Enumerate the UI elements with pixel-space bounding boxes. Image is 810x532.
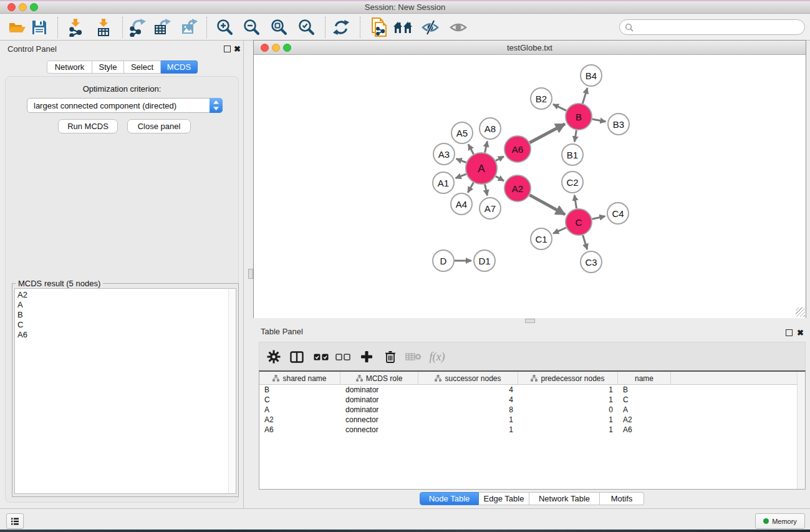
mcds-result-item[interactable]: B <box>17 310 229 320</box>
delete-table-button[interactable] <box>403 346 424 367</box>
graph-node-A2[interactable]: A2 <box>504 175 531 201</box>
result-list-scrollbar[interactable] <box>228 288 236 494</box>
tab-style[interactable]: Style <box>92 60 124 74</box>
apply-layout-button[interactable] <box>330 17 352 38</box>
export-table-button[interactable] <box>152 17 174 38</box>
graph-node-A4[interactable]: A4 <box>451 193 472 215</box>
shared-column-icon <box>356 375 363 382</box>
graph-node-A1[interactable]: A1 <box>433 172 454 193</box>
network-canvas[interactable]: B4 B2 B B3 A5 A8 A6 A3 B1 A A1 C2 A2 <box>254 56 806 318</box>
delete-column-button[interactable] <box>380 346 401 367</box>
tab-select[interactable]: Select <box>124 60 161 74</box>
gear-icon <box>267 350 281 364</box>
mcds-result-item[interactable]: A <box>17 300 229 310</box>
tab-mcds[interactable]: MCDS <box>161 60 198 74</box>
splitter-handle-left[interactable] <box>248 269 253 279</box>
close-table-panel-icon[interactable]: ✖ <box>797 329 804 336</box>
tab-node-table[interactable]: Node Table <box>420 492 479 505</box>
graph-node-A7[interactable]: A7 <box>480 198 501 219</box>
new-network-from-selection-button[interactable] <box>367 17 390 38</box>
float-panel-icon[interactable] <box>224 46 231 52</box>
select-all-rows-button[interactable] <box>311 346 332 367</box>
export-image-button[interactable] <box>178 17 201 38</box>
graph-node-D[interactable]: D <box>433 250 454 271</box>
task-history-button[interactable] <box>6 513 24 529</box>
split-columns-icon <box>290 351 304 363</box>
mcds-result-item[interactable]: A2 <box>17 290 229 300</box>
graph-node-A3[interactable]: A3 <box>433 143 455 165</box>
column-header-name[interactable]: name <box>618 372 671 385</box>
shared-column-icon <box>272 375 279 382</box>
zoom-selected-button[interactable] <box>296 17 318 38</box>
column-header-mcds-role[interactable]: MCDS role <box>340 372 418 385</box>
column-header-shared-name[interactable]: shared name <box>259 372 340 385</box>
graph-node-C[interactable]: C <box>566 209 592 235</box>
mcds-result-item[interactable]: A6 <box>17 330 229 340</box>
table-row[interactable]: Cdominator41C <box>259 395 805 405</box>
graph-node-B[interactable]: B <box>566 104 592 130</box>
graph-node-B2[interactable]: B2 <box>531 88 552 109</box>
float-table-panel-icon[interactable] <box>786 329 793 336</box>
column-header-successor-nodes[interactable]: successor nodes <box>418 372 518 385</box>
hide-selection-button[interactable] <box>419 17 441 38</box>
graph-edge-C-C2 <box>574 195 576 209</box>
table-row[interactable]: A6connector11A6 <box>259 425 805 435</box>
import-table-button[interactable] <box>92 17 115 38</box>
graph-node-D1[interactable]: D1 <box>474 250 495 271</box>
tab-network[interactable]: Network <box>47 60 92 74</box>
memory-button[interactable]: Memory <box>755 513 805 529</box>
first-neighbors-button[interactable] <box>392 17 415 38</box>
show-all-button[interactable] <box>447 17 470 38</box>
graph-node-A8[interactable]: A8 <box>480 118 501 139</box>
mcds-result-item[interactable]: C <box>17 320 229 330</box>
shared-column-icon <box>531 375 538 382</box>
eye-icon <box>449 19 468 36</box>
search-input[interactable] <box>636 21 804 34</box>
table-settings-button[interactable] <box>263 346 284 367</box>
splitter-handle-bottom[interactable] <box>525 319 535 323</box>
mcds-result-list[interactable]: A2ABCA6 <box>14 288 229 494</box>
table-row[interactable]: Adominator80A <box>259 405 805 415</box>
graph-node-A6[interactable]: A6 <box>504 136 531 162</box>
graph-node-A[interactable]: A <box>466 153 497 184</box>
graph-node-C4[interactable]: C4 <box>607 203 629 224</box>
mcds-result-legend: MCDS result (5 nodes) <box>16 279 103 288</box>
graph-node-B4[interactable]: B4 <box>581 65 602 86</box>
save-session-button[interactable] <box>28 17 51 38</box>
open-folder-icon <box>8 20 27 35</box>
close-panel-button[interactable]: Close panel <box>127 119 191 133</box>
tab-network-table[interactable]: Network Table <box>529 492 600 505</box>
table-scrollbar[interactable] <box>797 372 805 489</box>
table-row[interactable]: A2connector11A2 <box>259 415 805 425</box>
column-header-predecessor-nodes[interactable]: predecessor nodes <box>518 372 618 385</box>
memory-label: Memory <box>772 518 797 525</box>
svg-text:A4: A4 <box>456 199 467 210</box>
close-panel-icon[interactable]: ✖ <box>234 46 241 52</box>
zoom-fit-button[interactable] <box>268 17 291 38</box>
graph-node-C1[interactable]: C1 <box>531 228 552 249</box>
zoom-in-button[interactable] <box>214 17 236 38</box>
unchecked-boxes-icon <box>335 354 350 360</box>
tab-motifs[interactable]: Motifs <box>600 492 644 505</box>
graph-edge-A-A3 <box>456 159 466 163</box>
tab-edge-table[interactable]: Edge Table <box>479 492 529 505</box>
toolbar-separator <box>57 17 58 38</box>
apply-function-button[interactable]: f(x) <box>427 346 448 367</box>
table-row[interactable]: Bdominator41B <box>259 385 805 395</box>
toggle-panel-layout-button[interactable] <box>286 346 307 367</box>
export-image-icon <box>180 18 199 37</box>
window-resize-grip[interactable] <box>796 307 805 317</box>
graph-node-C3[interactable]: C3 <box>581 251 602 273</box>
criterion-dropdown[interactable]: largest connected component (directed) <box>27 98 223 113</box>
open-session-button[interactable] <box>6 17 29 38</box>
graph-node-A5[interactable]: A5 <box>451 122 473 143</box>
zoom-out-button[interactable] <box>241 17 263 38</box>
graph-node-C2[interactable]: C2 <box>562 172 583 193</box>
export-network-button[interactable] <box>127 17 150 38</box>
import-network-button[interactable] <box>64 17 87 38</box>
deselect-all-rows-button[interactable] <box>332 346 354 367</box>
add-column-button[interactable] <box>356 346 377 367</box>
graph-node-B1[interactable]: B1 <box>562 144 583 165</box>
run-mcds-button[interactable]: Run MCDS <box>58 119 118 133</box>
graph-node-B3[interactable]: B3 <box>608 114 629 135</box>
